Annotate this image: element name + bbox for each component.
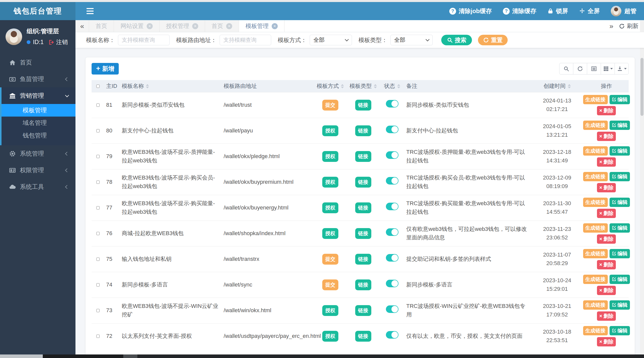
sidebar-item-wallet-management[interactable]: 钱包管理: [2, 129, 75, 142]
edit-button[interactable]: 编辑: [610, 172, 630, 181]
delete-button[interactable]: × 删除: [597, 157, 616, 167]
reset-button[interactable]: 重置: [478, 35, 508, 45]
edit-button[interactable]: 编辑: [610, 146, 630, 156]
scrollbar-thumb[interactable]: [640, 58, 643, 116]
edit-button[interactable]: 编辑: [610, 326, 630, 335]
sidebar-item-marketing[interactable]: 营销管理: [2, 87, 75, 104]
col-name[interactable]: 模板名称: [120, 80, 222, 92]
sidebar-item-domain-management[interactable]: 域名管理: [2, 117, 75, 129]
edit-button[interactable]: 编辑: [610, 300, 630, 310]
status-toggle[interactable]: [386, 228, 398, 236]
delete-button[interactable]: × 删除: [597, 260, 616, 269]
tab-home-2[interactable]: 首页×: [205, 20, 239, 32]
sidebar-toggle-button[interactable]: [87, 8, 94, 14]
clear-cache-button[interactable]: ? 清除缓存: [503, 7, 536, 15]
generate-link-button[interactable]: 生成链接: [583, 198, 608, 207]
row-checkbox[interactable]: [96, 258, 100, 261]
row-checkbox[interactable]: [96, 335, 100, 338]
status-toggle[interactable]: [386, 100, 398, 108]
tab-refresh-button[interactable]: 刷新: [619, 22, 638, 30]
sidebar-item-fry-management[interactable]: 鱼苗管理: [0, 71, 75, 87]
generate-link-button[interactable]: 生成链接: [583, 249, 608, 258]
row-checkbox[interactable]: [96, 129, 100, 132]
chevron-down-icon: [65, 93, 69, 97]
status-toggle[interactable]: [386, 280, 398, 287]
table-export-button[interactable]: [615, 63, 629, 75]
delete-button[interactable]: × 删除: [597, 183, 616, 192]
generate-link-button[interactable]: 生成链接: [583, 95, 608, 104]
tabs-scroll-right-icon[interactable]: »: [609, 22, 613, 30]
delete-button[interactable]: × 删除: [597, 106, 616, 115]
status-toggle[interactable]: [386, 177, 398, 185]
row-checkbox[interactable]: [96, 103, 100, 107]
table-refresh-button[interactable]: [573, 63, 587, 75]
tab-auth-management[interactable]: 授权管理×: [159, 20, 205, 32]
delete-button[interactable]: × 删除: [597, 286, 616, 295]
sidebar-item-home[interactable]: 首页: [0, 54, 75, 71]
sidebar-item-system-tools[interactable]: 系统工具: [0, 178, 75, 195]
row-checkbox[interactable]: [96, 309, 100, 312]
sidebar-item-system-management[interactable]: 系统管理: [0, 145, 75, 162]
row-checkbox[interactable]: [96, 283, 100, 287]
lock-screen-button[interactable]: 锁屏: [547, 7, 568, 15]
col-type[interactable]: 模板类型: [346, 80, 380, 92]
table-list-view-button[interactable]: [587, 63, 601, 75]
delete-button[interactable]: × 删除: [597, 234, 616, 244]
table-search-button[interactable]: [559, 63, 573, 75]
fullscreen-button[interactable]: 全屏: [579, 7, 600, 15]
logout-button[interactable]: 注销: [48, 38, 68, 46]
delete-button[interactable]: × 删除: [597, 337, 616, 346]
template-route-input[interactable]: [220, 35, 271, 45]
tab-close-icon[interactable]: ×: [192, 23, 198, 29]
edit-button[interactable]: 编辑: [610, 198, 630, 207]
edit-button[interactable]: 编辑: [610, 121, 630, 130]
add-button[interactable]: + 新增: [92, 63, 119, 75]
status-toggle[interactable]: [386, 126, 398, 133]
col-created[interactable]: 创建时间: [530, 80, 584, 92]
row-checkbox[interactable]: [96, 206, 100, 209]
edit-button[interactable]: 编辑: [610, 275, 630, 284]
status-toggle[interactable]: [386, 203, 398, 210]
edit-button[interactable]: 编辑: [610, 223, 630, 233]
tab-close-icon[interactable]: ×: [147, 23, 153, 29]
tabs-scroll-left-icon[interactable]: «: [75, 20, 89, 32]
type-badge: 链接: [355, 331, 371, 342]
status-toggle[interactable]: [386, 151, 398, 159]
generate-link-button[interactable]: 生成链接: [583, 300, 608, 310]
delete-button[interactable]: × 删除: [597, 209, 616, 218]
row-checkbox[interactable]: [96, 181, 100, 184]
select-all-checkbox[interactable]: [96, 85, 100, 88]
sidebar-item-template-management[interactable]: 模板管理: [2, 104, 75, 117]
user-menu[interactable]: 超管: [611, 6, 636, 16]
generate-link-button[interactable]: 生成链接: [583, 326, 608, 335]
generate-link-button[interactable]: 生成链接: [583, 146, 608, 156]
sidebar-item-permission-management[interactable]: 权限管理: [0, 162, 75, 178]
col-method[interactable]: 模板方式: [314, 80, 346, 92]
clear-job-cache-button[interactable]: ? 清除job缓存: [449, 7, 492, 15]
window-scrollbar[interactable]: [640, 20, 644, 354]
search-button[interactable]: 搜索: [441, 35, 472, 45]
template-method-select[interactable]: 全部: [310, 35, 352, 45]
tab-template-management[interactable]: 模板管理×: [239, 20, 285, 32]
template-type-select[interactable]: 全部: [390, 35, 433, 45]
row-checkbox[interactable]: [96, 232, 100, 235]
generate-link-button[interactable]: 生成链接: [583, 275, 608, 284]
status-toggle[interactable]: [386, 305, 398, 313]
status-toggle[interactable]: [386, 331, 398, 339]
generate-link-button[interactable]: 生成链接: [583, 172, 608, 181]
edit-button[interactable]: 编辑: [610, 95, 630, 104]
delete-button[interactable]: × 删除: [597, 132, 616, 141]
col-status[interactable]: 状态: [380, 80, 404, 92]
delete-button[interactable]: × 删除: [597, 311, 616, 321]
generate-link-button[interactable]: 生成链接: [583, 121, 608, 130]
tab-home[interactable]: 首页: [89, 20, 114, 32]
status-toggle[interactable]: [386, 254, 398, 262]
template-name-input[interactable]: [118, 35, 170, 45]
table-columns-button[interactable]: [601, 63, 615, 75]
tab-site-settings[interactable]: 网站设置×: [114, 20, 159, 32]
tab-close-icon[interactable]: ×: [272, 23, 278, 29]
edit-button[interactable]: 编辑: [610, 249, 630, 258]
tab-close-icon[interactable]: ×: [226, 23, 232, 29]
row-checkbox[interactable]: [96, 155, 100, 158]
generate-link-button[interactable]: 生成链接: [583, 223, 608, 233]
